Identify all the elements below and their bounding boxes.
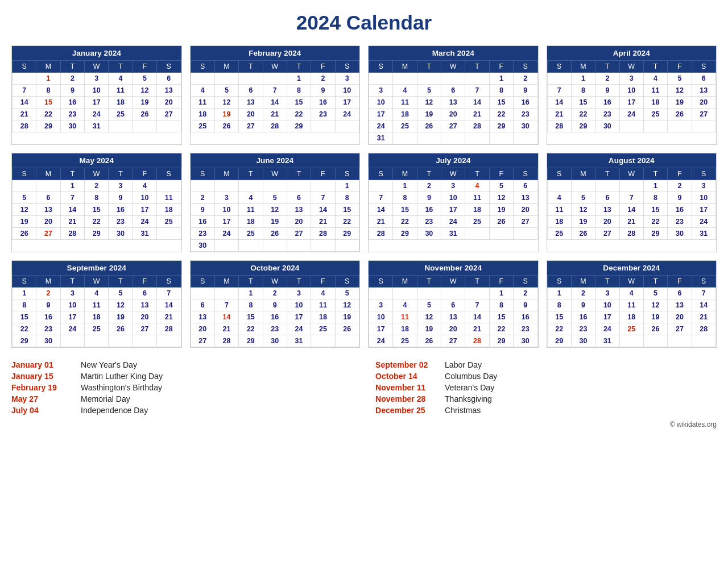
day-header: F bbox=[668, 168, 692, 180]
day-header: F bbox=[668, 276, 692, 288]
day-header: F bbox=[489, 168, 513, 180]
cal-day: 27 bbox=[239, 120, 263, 132]
cal-day: 31 bbox=[441, 228, 465, 240]
cal-day: 22 bbox=[547, 323, 571, 335]
cal-day bbox=[263, 73, 287, 85]
cal-day: 16 bbox=[191, 216, 214, 228]
cal-day: 17 bbox=[595, 311, 619, 323]
cal-day: 27 bbox=[441, 335, 465, 347]
cal-day: 14 bbox=[547, 97, 571, 109]
cal-day bbox=[441, 132, 465, 144]
cal-day: 3 bbox=[692, 180, 715, 192]
holiday-date: November 11 bbox=[375, 383, 438, 392]
cal-day: 22 bbox=[85, 216, 109, 228]
month-block: June 2024SMTWTFS123456789101112131415161… bbox=[190, 153, 361, 252]
cal-day: 25 bbox=[465, 216, 489, 228]
day-header: W bbox=[263, 61, 287, 73]
cal-table: SMTWTFS123456789101112131415161718192021… bbox=[191, 168, 360, 252]
cal-day bbox=[287, 240, 311, 252]
day-header: S bbox=[191, 276, 214, 288]
cal-day: 21 bbox=[465, 323, 489, 335]
cal-day: 21 bbox=[263, 109, 287, 120]
holiday-date: February 19 bbox=[11, 383, 74, 392]
cal-day: 27 bbox=[514, 216, 537, 228]
cal-day: 17 bbox=[369, 323, 393, 335]
cal-day: 30 bbox=[191, 240, 214, 252]
cal-day: 4 bbox=[85, 288, 109, 299]
cal-table: SMTWTFS123456789101112131415161718192021… bbox=[191, 60, 360, 132]
cal-day: 4 bbox=[191, 85, 214, 97]
cal-day bbox=[311, 180, 335, 192]
cal-day: 6 bbox=[133, 288, 156, 299]
cal-day: 3 bbox=[85, 73, 109, 85]
cal-day: 24 bbox=[60, 323, 84, 335]
cal-day: 21 bbox=[311, 216, 335, 228]
cal-day bbox=[547, 180, 571, 192]
cal-day: 5 bbox=[214, 85, 238, 97]
day-header: S bbox=[369, 61, 393, 73]
day-header: T bbox=[595, 168, 619, 180]
month-block: November 2024SMTWTFS12345678910111213141… bbox=[368, 260, 539, 348]
day-header: T bbox=[595, 276, 619, 288]
cal-day bbox=[619, 120, 643, 132]
cal-day: 13 bbox=[595, 204, 619, 216]
cal-day: 10 bbox=[692, 192, 715, 204]
cal-day: 11 bbox=[547, 204, 571, 216]
cal-day bbox=[157, 335, 181, 347]
cal-day: 29 bbox=[643, 228, 667, 240]
cal-day: 26 bbox=[489, 216, 513, 228]
cal-day: 2 bbox=[571, 288, 595, 299]
cal-day: 29 bbox=[85, 228, 109, 240]
cal-day bbox=[191, 73, 214, 85]
cal-day: 21 bbox=[465, 109, 489, 120]
cal-day: 22 bbox=[489, 323, 513, 335]
cal-day: 9 bbox=[571, 299, 595, 311]
cal-day: 14 bbox=[465, 311, 489, 323]
cal-day: 21 bbox=[13, 109, 36, 120]
cal-day: 7 bbox=[214, 299, 238, 311]
cal-day: 28 bbox=[465, 335, 489, 347]
day-header: M bbox=[214, 276, 238, 288]
cal-day: 25 bbox=[311, 323, 335, 335]
cal-day: 31 bbox=[369, 132, 393, 144]
cal-day: 2 bbox=[514, 73, 537, 85]
day-header: S bbox=[191, 168, 214, 180]
cal-day: 25 bbox=[109, 109, 133, 120]
cal-day: 13 bbox=[239, 97, 263, 109]
cal-day: 26 bbox=[417, 335, 441, 347]
cal-day: 30 bbox=[417, 228, 441, 240]
cal-day: 27 bbox=[692, 109, 715, 120]
cal-day: 16 bbox=[109, 204, 133, 216]
cal-day: 22 bbox=[335, 216, 359, 228]
cal-day bbox=[393, 132, 417, 144]
cal-day bbox=[214, 73, 238, 85]
cal-day: 31 bbox=[133, 228, 156, 240]
day-header: T bbox=[417, 276, 441, 288]
cal-day: 22 bbox=[287, 109, 311, 120]
holiday-row: February 19Wasthington's Birthday bbox=[11, 382, 353, 393]
cal-day: 6 bbox=[441, 299, 465, 311]
day-header: F bbox=[133, 276, 156, 288]
cal-day: 10 bbox=[133, 192, 156, 204]
cal-day: 16 bbox=[60, 97, 84, 109]
cal-day: 15 bbox=[287, 97, 311, 109]
cal-day: 29 bbox=[571, 120, 595, 132]
cal-day: 17 bbox=[60, 311, 84, 323]
cal-day: 21 bbox=[619, 216, 643, 228]
cal-day bbox=[571, 180, 595, 192]
holiday-date: May 27 bbox=[11, 394, 74, 403]
holiday-row: January 01New Year's Day bbox=[11, 359, 353, 370]
cal-day: 10 bbox=[214, 204, 238, 216]
cal-day: 14 bbox=[692, 299, 715, 311]
day-header: T bbox=[643, 61, 667, 73]
cal-day: 16 bbox=[514, 97, 537, 109]
cal-day: 28 bbox=[157, 323, 181, 335]
cal-day: 15 bbox=[547, 311, 571, 323]
cal-day: 26 bbox=[643, 323, 667, 335]
cal-day: 15 bbox=[239, 311, 263, 323]
cal-day bbox=[369, 288, 393, 299]
cal-day: 3 bbox=[60, 288, 84, 299]
cal-day: 28 bbox=[60, 228, 84, 240]
cal-day: 20 bbox=[514, 204, 537, 216]
cal-day: 16 bbox=[514, 311, 537, 323]
